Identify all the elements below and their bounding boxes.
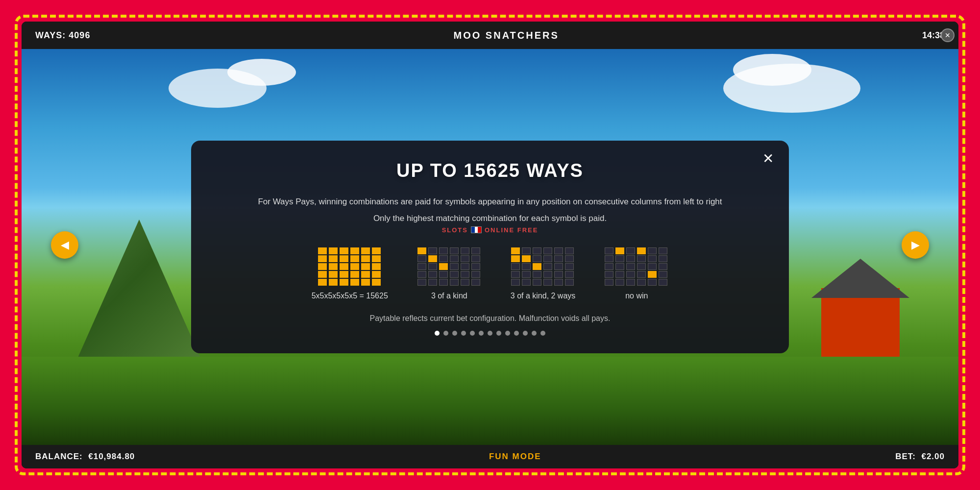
grid-cell <box>637 255 646 262</box>
grid-cell <box>543 247 552 254</box>
grid-cell <box>340 263 348 270</box>
grid-cell <box>372 271 381 278</box>
grid-cell <box>605 263 613 270</box>
grid-cell <box>350 255 359 262</box>
game-title: MOO SNATCHERS <box>454 30 559 41</box>
paytable-note: Paytable reflects current bet configurat… <box>220 314 760 323</box>
grid-cell <box>361 279 370 286</box>
grid-cell <box>511 263 520 270</box>
pagination-dot-13[interactable] <box>540 331 545 336</box>
ways-display: WAYS: 4096 <box>35 30 90 41</box>
grid-cell <box>372 263 381 270</box>
grid-cell <box>605 247 613 254</box>
bet-label: BET: <box>895 452 916 461</box>
grid-cell <box>626 247 635 254</box>
grid-cell <box>554 271 563 278</box>
nowin-grid <box>605 247 668 286</box>
grid-cell <box>522 263 531 270</box>
grid-cell <box>615 247 624 254</box>
grid-cell <box>439 263 448 270</box>
pagination-dots <box>220 331 760 336</box>
pagination-dot-7[interactable] <box>488 331 492 336</box>
grid-cell <box>533 263 541 270</box>
grid-cell <box>522 271 531 278</box>
pagination-dot-8[interactable] <box>496 331 501 336</box>
grid-cell <box>615 263 624 270</box>
grid-cell <box>565 247 574 254</box>
prev-page-button[interactable]: ◀ <box>51 231 78 259</box>
full-grid <box>318 247 382 286</box>
grid-cell <box>318 279 327 286</box>
example-nowin: no win <box>605 247 668 300</box>
pagination-dot-11[interactable] <box>523 331 528 336</box>
grid-cell <box>428 247 437 254</box>
top-close-button[interactable]: ✕ <box>941 28 955 42</box>
pagination-dot-5[interactable] <box>470 331 475 336</box>
example-full: 5x5x5x5x5x5 = 15625 <box>312 247 388 300</box>
info-modal: ✕ UP TO 15625 WAYS For Ways Pays, winnin… <box>191 141 789 353</box>
example-full-label: 5x5x5x5x5x5 = 15625 <box>312 292 388 300</box>
grid-cell <box>439 255 448 262</box>
grid-cell <box>543 271 552 278</box>
grid-cell <box>533 255 541 262</box>
grid-cell <box>450 271 459 278</box>
pagination-dot-2[interactable] <box>443 331 448 336</box>
grid-cell <box>461 255 469 262</box>
grid-cell <box>350 279 359 286</box>
grid-cell <box>372 279 381 286</box>
grid-cell <box>659 247 667 254</box>
grid-cell <box>565 255 574 262</box>
grid-cell <box>428 263 437 270</box>
grid-cell <box>329 279 338 286</box>
outer-border: WAYS: 4096 MOO SNATCHERS 14:38 ✕ ◀ ▶ <box>15 15 965 475</box>
grid-cell <box>615 255 624 262</box>
grid-cell <box>329 247 338 254</box>
balance-value: €10,984.80 <box>88 452 135 461</box>
grid-cell <box>417 255 426 262</box>
grid-cell <box>522 247 531 254</box>
balance-label: BALANCE: <box>35 452 83 461</box>
grid-cell <box>626 255 635 262</box>
grid-cell <box>340 255 348 262</box>
game-mode-display: FUN MODE <box>489 452 541 462</box>
grid-cell <box>350 263 359 270</box>
3kind-grid <box>417 247 481 286</box>
grid-cell <box>626 263 635 270</box>
pagination-dot-9[interactable] <box>505 331 510 336</box>
grid-cell <box>565 263 574 270</box>
grid-cell <box>543 279 552 286</box>
pagination-dot-3[interactable] <box>452 331 457 336</box>
example-3kind2ways-label: 3 of a kind, 2 ways <box>511 292 576 300</box>
grid-cell <box>648 247 657 254</box>
grid-cell <box>428 255 437 262</box>
grid-cell <box>439 247 448 254</box>
grid-cell <box>511 255 520 262</box>
pagination-dot-6[interactable] <box>479 331 484 336</box>
grid-cell <box>450 255 459 262</box>
modal-close-button[interactable]: ✕ <box>759 149 777 168</box>
grid-cell <box>350 271 359 278</box>
grid-cell <box>450 247 459 254</box>
grid-cell <box>450 279 459 286</box>
grid-cell <box>648 263 657 270</box>
grid-cell <box>471 247 480 254</box>
example-3kind-label: 3 of a kind <box>431 292 467 300</box>
pagination-dot-12[interactable] <box>532 331 537 336</box>
grid-cell <box>554 247 563 254</box>
pagination-dot-1[interactable] <box>435 331 440 336</box>
pagination-dot-10[interactable] <box>514 331 519 336</box>
grid-cell <box>605 279 613 286</box>
grid-cell <box>533 271 541 278</box>
next-page-button[interactable]: ▶ <box>902 231 929 259</box>
brand-text: SLOTS <box>442 226 468 234</box>
grid-cell <box>543 263 552 270</box>
grid-cell <box>461 247 469 254</box>
grid-cell <box>361 263 370 270</box>
footer-bar: BALANCE: €10,984.80 FUN MODE BET: €2.00 <box>22 445 958 468</box>
grid-cell <box>461 263 469 270</box>
grid-cell <box>554 279 563 286</box>
grid-cell <box>615 271 624 278</box>
pagination-dot-4[interactable] <box>461 331 466 336</box>
grid-cell <box>637 279 646 286</box>
grid-cell <box>543 255 552 262</box>
